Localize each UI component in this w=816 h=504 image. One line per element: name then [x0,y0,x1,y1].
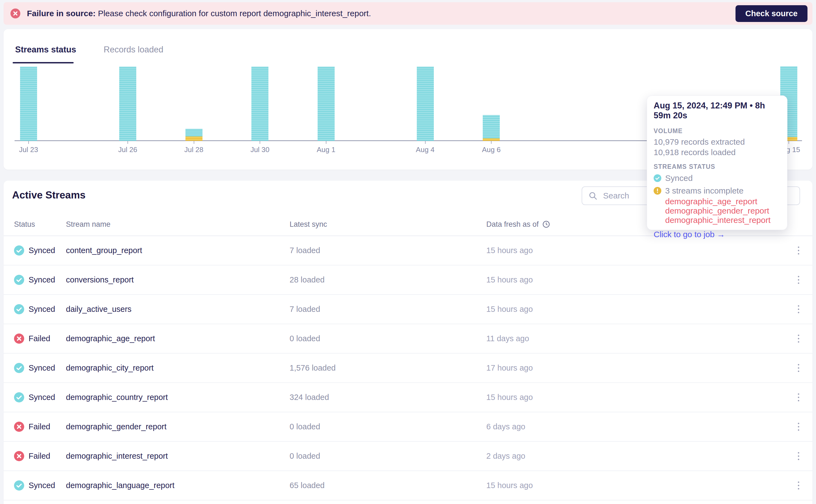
col-header-data-fresh-label: Data fresh as of [486,220,539,229]
axis-label: Aug 1 [307,145,345,154]
latest-sync-cell: 324 loaded [290,393,486,402]
search-icon [588,191,597,200]
status-cell: Synced [14,480,66,491]
data-fresh-cell: 15 hours ago [486,275,787,284]
chart-bar[interactable] [318,67,335,141]
latest-sync-cell: 0 loaded [290,452,486,461]
table-row[interactable]: Synceddaily_active_users7 loaded15 hours… [4,295,812,324]
banner-message-rest: Please check configuration for custom re… [96,9,371,18]
table-row[interactable]: Faileddemographic_interest_report0 loade… [4,442,812,471]
table-row[interactable]: Faileddemographic_gender_report0 loaded6… [4,412,812,442]
table-row[interactable]: Synceddemographic_city_report1,576 loade… [4,354,812,383]
streams-table: Status Stream name Latest sync Data fres… [4,213,812,500]
tooltip-records-loaded: 10,918 records loaded [654,147,781,157]
check-source-button[interactable]: Check source [736,5,807,22]
bar-segment-synced [119,67,136,141]
data-fresh-cell: 15 hours ago [486,393,787,402]
row-menu-button[interactable] [795,449,802,463]
chart-bar[interactable] [417,67,434,141]
row-menu-button[interactable] [795,420,802,433]
row-menu-button[interactable] [795,273,802,287]
stream-name-cell: content_group_report [66,246,290,255]
table-row[interactable]: Synceddemographic_country_report324 load… [4,383,812,412]
stream-name-cell: demographic_gender_report [66,422,290,431]
status-cell: Failed [14,451,66,461]
chart-bar[interactable] [20,67,37,141]
axis-label: Aug 4 [406,145,445,154]
bar-segment-synced [185,129,202,136]
data-fresh-cell: 17 hours ago [486,363,787,373]
table-body: Syncedcontent_group_report7 loaded15 hou… [4,236,812,500]
synced-check-icon [14,245,24,256]
data-fresh-cell: 15 hours ago [486,305,787,314]
row-menu-button[interactable] [795,479,802,492]
failed-x-icon [14,334,24,344]
stream-name-cell: demographic_city_report [66,363,290,373]
status-label: Synced [29,305,55,314]
tooltip-incomplete-label: 3 streams incomplete [665,186,744,196]
bar-segment-synced [252,67,269,141]
incomplete-stream-link[interactable]: demographic_gender_report [665,206,781,215]
col-header-stream-name: Stream name [66,220,290,229]
data-fresh-cell: 2 days ago [486,452,787,461]
stream-name-cell: demographic_interest_report [66,452,290,461]
stream-name-cell: conversions_report [66,275,290,284]
row-menu-button[interactable] [795,361,802,375]
axis-tick [194,141,194,144]
synced-check-icon [654,174,661,182]
status-label: Failed [29,422,50,431]
status-label: Failed [29,334,50,343]
failed-x-icon [14,451,24,461]
chart-bar[interactable] [185,129,202,141]
latest-sync-cell: 1,576 loaded [290,363,486,373]
latest-sync-cell: 0 loaded [290,334,486,343]
bar-segment-synced [417,67,434,141]
tooltip-synced-row: Synced [654,173,781,183]
axis-tick [28,141,29,144]
latest-sync-cell: 0 loaded [290,422,486,431]
latest-sync-cell: 7 loaded [290,246,486,255]
data-fresh-cell: 15 hours ago [486,481,787,490]
incomplete-stream-links: demographic_age_reportdemographic_gender… [665,197,781,225]
row-menu-button[interactable] [795,303,802,316]
banner-message: Failure in source: Please check configur… [27,9,371,18]
incomplete-stream-link[interactable]: demographic_interest_report [665,215,781,225]
incomplete-stream-link[interactable]: demographic_age_report [665,197,781,206]
banner-message-bold: Failure in source: [27,9,96,18]
data-fresh-cell: 6 days ago [486,422,787,431]
table-row[interactable]: Synceddemographic_language_report65 load… [4,471,812,500]
tooltip-title: Aug 15, 2024, 12:49 PM • 8h 59m 20s [654,101,781,121]
table-row[interactable]: Faileddemographic_age_report0 loaded11 d… [4,324,812,354]
row-menu-button[interactable] [795,244,802,257]
row-menu-button[interactable] [795,391,802,404]
bar-segment-incomplete [483,138,500,141]
status-cell: Synced [14,363,66,373]
chart-bar[interactable] [252,67,269,141]
clock-icon [542,220,550,228]
table-row[interactable]: Syncedcontent_group_report7 loaded15 hou… [4,236,812,265]
go-to-job-link[interactable]: Click to go to job → [654,230,725,239]
tooltip-streams-status-label: STREAMS STATUS [654,163,781,170]
tooltip-records-extracted: 10,979 records extracted [654,137,781,147]
bar-segment-synced [20,67,37,141]
active-streams-title: Active Streams [12,189,85,201]
table-row[interactable]: Syncedconversions_report28 loaded15 hour… [4,265,812,295]
status-label: Synced [29,481,55,490]
latest-sync-cell: 65 loaded [290,481,486,490]
status-cell: Failed [14,334,66,344]
chart-bar[interactable] [119,67,136,141]
row-menu-button[interactable] [795,332,802,345]
error-banner: Failure in source: Please check configur… [4,2,812,25]
axis-tick [127,141,128,144]
axis-tick [425,141,426,144]
bar-segment-synced [483,115,500,138]
axis-label: Jul 30 [241,145,279,154]
chart-bar[interactable] [483,115,500,141]
axis-label: Jul 26 [108,145,147,154]
synced-check-icon [14,275,24,285]
axis-label: Aug 6 [472,145,510,154]
latest-sync-cell: 28 loaded [290,275,486,284]
status-label: Synced [29,393,55,402]
axis-label: Jul 28 [175,145,213,154]
status-cell: Synced [14,304,66,314]
